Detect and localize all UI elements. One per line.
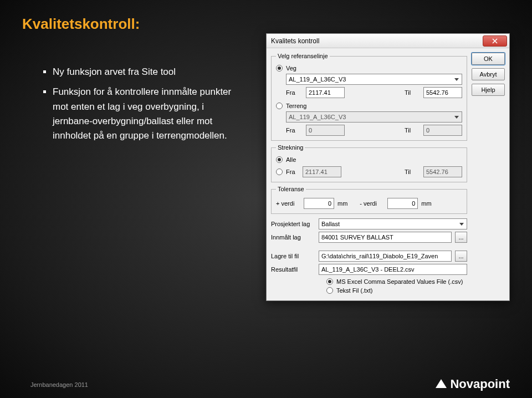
radio-csv-label: MS Excel Comma Separated Values File (.c… — [336, 278, 463, 285]
plus-unit: mm — [337, 200, 347, 207]
terreng-fra-label: Fra — [286, 127, 303, 134]
resultatfil-input[interactable]: AL_119_A_L36C_V3 - DEEL2.csv — [319, 264, 467, 275]
dialog-title: Kvalitets kontroll — [271, 37, 319, 45]
hjelp-button[interactable]: Hjelp — [472, 84, 505, 96]
radio-terreng[interactable] — [276, 103, 283, 109]
terreng-til-input: 0 — [423, 125, 462, 136]
prosjektert-lag-label: Prosjektert lag — [271, 221, 315, 227]
radio-fra-label: Fra — [286, 169, 299, 175]
quality-control-dialog: Kvalitets kontroll Velg referanselinje V… — [266, 33, 510, 301]
lagre-til-fil-label: Lagre til fil — [271, 253, 315, 259]
titlebar[interactable]: Kvalitets kontroll — [267, 34, 509, 48]
toleranse-group: Toleranse + verdi 0 mm - verdi 0 mm — [271, 186, 467, 214]
footer-text: Jernbanedagen 2011 — [30, 381, 88, 388]
innmalt-lag-browse[interactable]: ... — [455, 232, 467, 243]
radio-terreng-label: Terreng — [286, 103, 306, 109]
radio-alle-label: Alle — [286, 156, 296, 163]
bullet-item: Funksjon for å kontrollere innmålte punk… — [53, 85, 236, 143]
footer-logo: Novapoint — [436, 377, 510, 391]
strekning-til-label: Til — [405, 169, 420, 175]
toleranse-legend: Toleranse — [276, 186, 306, 192]
bullet-item: Ny funksjon arvet fra Site tool — [53, 65, 236, 79]
veg-fra-label: Fra — [286, 89, 303, 96]
strekning-group: Strekning Alle Fra 2117.41 Til 5542.76 — [271, 144, 467, 182]
bullet-list: Ny funksjon arvet fra Site tool Funksjon… — [30, 65, 236, 149]
reference-line-legend: Velg referanselinje — [276, 53, 330, 59]
terreng-til-label: Til — [405, 127, 420, 134]
avbryt-button[interactable]: Avbryt — [472, 68, 505, 80]
plus-verdi-label: + verdi — [276, 200, 300, 207]
brand-name: Novapoint — [450, 377, 510, 391]
lagre-til-fil-input[interactable]: G:\data\chris_rail\119_Diabolo_E19_Zaven — [319, 251, 452, 262]
strekning-legend: Strekning — [276, 144, 305, 151]
resultatfil-label: Resultatfil — [271, 266, 315, 273]
ok-button[interactable]: OK — [472, 53, 505, 65]
terreng-fra-input: 0 — [306, 125, 345, 136]
veg-til-label: Til — [405, 89, 420, 96]
radio-veg-label: Veg — [286, 65, 296, 72]
radio-fra[interactable] — [276, 169, 283, 175]
veg-fra-input[interactable]: 2117.41 — [306, 87, 345, 98]
prosjektert-lag-select[interactable]: Ballast — [319, 218, 467, 229]
radio-veg[interactable] — [276, 65, 283, 72]
radio-txt[interactable] — [326, 287, 333, 294]
close-button[interactable] — [483, 35, 507, 47]
veg-til-input[interactable]: 5542.76 — [423, 87, 462, 98]
radio-alle[interactable] — [276, 156, 283, 163]
lagre-til-fil-browse[interactable]: ... — [455, 251, 467, 262]
innmalt-lag-input[interactable]: 84001 SURVEY BALLAST — [319, 232, 452, 243]
veg-line-select[interactable]: AL_119_A_L36C_V3 — [286, 74, 462, 85]
strekning-fra-input: 2117.41 — [303, 166, 341, 177]
logo-triangle-icon — [436, 379, 447, 388]
minus-unit: mm — [421, 200, 431, 207]
minus-verdi-label: - verdi — [360, 200, 384, 207]
reference-line-group: Velg referanselinje Veg AL_119_A_L36C_V3… — [271, 53, 467, 141]
slide-title: Kvalitetskontroll: — [22, 16, 140, 33]
radio-csv[interactable] — [326, 278, 333, 285]
minus-verdi-input[interactable]: 0 — [387, 198, 418, 209]
radio-txt-label: Tekst Fil (.txt) — [336, 287, 372, 294]
plus-verdi-input[interactable]: 0 — [304, 198, 334, 209]
innmalt-lag-label: Innmålt lag — [271, 234, 315, 241]
close-icon — [492, 38, 498, 44]
strekning-til-input: 5542.76 — [423, 166, 462, 177]
terreng-line-select: AL_119_A_L36C_V3 — [286, 111, 462, 123]
